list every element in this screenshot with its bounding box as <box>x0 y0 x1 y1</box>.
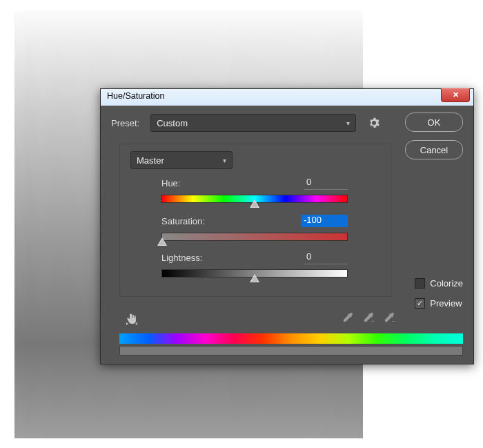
dialog-body: Preset: Custom ▾ OK Cancel Master ▾ <box>101 106 473 364</box>
eyedropper-minus-button[interactable]: − <box>382 311 396 324</box>
preview-checkbox[interactable]: Preview <box>415 298 463 309</box>
dialog-titlebar[interactable]: Hue/Saturation ✕ <box>101 89 473 106</box>
eyedropper-plus-button[interactable]: + <box>362 311 375 324</box>
saturation-value-input[interactable]: -100 <box>301 215 348 227</box>
lightness-label: Lightness: <box>161 253 202 263</box>
ok-label: OK <box>428 117 441 128</box>
lightness-group: Lightness: 0 <box>161 251 348 277</box>
preview-label: Preview <box>430 298 462 309</box>
close-icon: ✕ <box>453 90 459 99</box>
eyedropper-group: + − <box>341 311 396 324</box>
hue-label: Hue: <box>161 178 180 188</box>
lightness-value-input[interactable]: 0 <box>304 251 348 264</box>
colorize-label: Colorize <box>430 278 463 289</box>
eyedropper-icon <box>342 311 354 324</box>
lightness-thumb[interactable] <box>250 274 259 282</box>
dialog-title: Hue/Saturation <box>107 91 164 101</box>
preset-settings-button[interactable] <box>368 117 379 128</box>
targeted-adjustment-tool[interactable] <box>124 311 139 327</box>
colorize-checkbox[interactable]: Colorize <box>415 278 463 289</box>
saturation-thumb[interactable] <box>157 237 167 246</box>
lightness-slider[interactable] <box>161 269 348 277</box>
hue-group: Hue: 0 <box>161 177 348 203</box>
target-adjust-icon <box>124 311 139 327</box>
ok-button[interactable]: OK <box>405 113 463 132</box>
dialog-buttons: OK Cancel <box>405 113 463 159</box>
checkbox-group: Colorize Preview <box>415 278 463 309</box>
svg-text:+: + <box>371 318 375 324</box>
preset-select[interactable]: Custom ▾ <box>150 114 356 132</box>
saturation-label: Saturation: <box>161 216 205 226</box>
channel-value: Master <box>137 155 164 166</box>
hue-slider[interactable] <box>161 195 348 203</box>
spectrum-bar-top <box>119 333 463 344</box>
cancel-button[interactable]: Cancel <box>405 140 463 159</box>
eyedropper-plus-icon: + <box>362 311 375 324</box>
preset-value: Custom <box>157 118 188 128</box>
checkbox-box-checked <box>415 298 425 309</box>
eyedropper-button[interactable] <box>341 311 355 324</box>
cancel-label: Cancel <box>420 145 448 155</box>
saturation-slider[interactable] <box>161 233 348 241</box>
hue-value-input[interactable]: 0 <box>304 177 348 190</box>
saturation-group: Saturation: -100 <box>161 215 348 241</box>
chevron-down-icon: ▾ <box>346 119 350 127</box>
channel-select[interactable]: Master ▾ <box>130 151 233 169</box>
svg-text:−: − <box>392 318 395 324</box>
checkbox-box <box>415 278 425 289</box>
hue-saturation-dialog: Hue/Saturation ✕ Preset: Custom ▾ OK Can… <box>100 88 474 364</box>
close-button[interactable]: ✕ <box>441 88 470 102</box>
adjustments-panel: Master ▾ Hue: 0 Saturation: -100 <box>119 144 391 297</box>
chevron-down-icon: ▾ <box>223 157 226 164</box>
gear-icon <box>368 117 379 128</box>
preset-label: Preset: <box>111 118 139 128</box>
hue-thumb[interactable] <box>250 199 259 208</box>
eyedropper-minus-icon: − <box>383 311 395 324</box>
spectrum-bar-bottom <box>119 346 463 356</box>
